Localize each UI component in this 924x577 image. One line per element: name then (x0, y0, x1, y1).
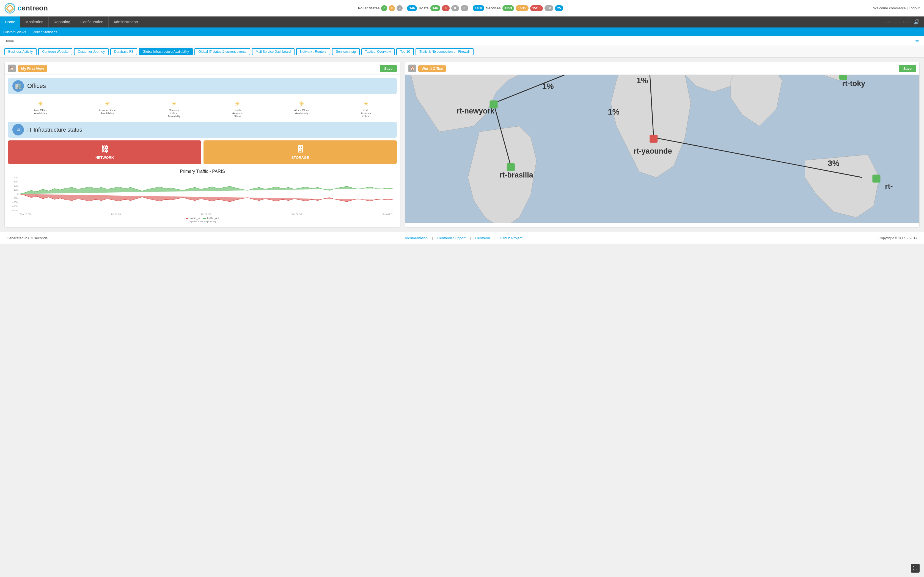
office-oceania: ☀ OceaniaOfficeAvailability (168, 100, 180, 118)
node-far-right (872, 174, 880, 182)
footer-link-github[interactable]: Github Project (500, 236, 522, 240)
nav-reporting[interactable]: Reporting (48, 16, 76, 27)
x-label-3: Fri 00:36 (201, 213, 211, 216)
tab-customer-journey[interactable]: Customer Journey (74, 48, 108, 55)
svg-text:rt-newyork: rt-newyork (457, 107, 495, 115)
tab-tactical-overview[interactable]: Tactical Overview (361, 48, 395, 55)
offices-widget: 🏢 Offices ☀ Asia OfficeAvailability ☀ Eu… (5, 75, 400, 227)
infra-box-network: ⛓ NETWORK (8, 140, 201, 164)
office-oceania-label: OceaniaOfficeAvailability (168, 109, 180, 118)
subnav-custom-views[interactable]: Custom Views (2, 30, 27, 34)
subnav-poller-stats[interactable]: Poller Statistics (32, 30, 58, 34)
network-icon: ⛓ (101, 145, 108, 154)
hosts-red-badge: 0 (442, 5, 450, 11)
nav-monitoring[interactable]: Monitoring (20, 16, 48, 27)
world-map-svg: 1% 3% 0% 1% 3% 1% 1% 2% 3% rt-newyork rt… (405, 75, 919, 223)
it-infra-title: IT Infrastructure status (27, 127, 82, 133)
tab-business-activity[interactable]: Business Activity (5, 48, 37, 55)
sun-icon-oceania: ☀ (171, 100, 177, 108)
hosts-green-badge: 146 (430, 5, 440, 11)
nav-home[interactable]: Home (0, 16, 20, 27)
svg-text:rt-brasilia: rt-brasilia (499, 171, 533, 179)
footer: Generated in 0.3 seconds Documentation |… (0, 232, 924, 244)
sun-icon-asia: ☀ (37, 100, 44, 108)
y-label-0: 0 (11, 193, 18, 195)
tab-centreon-website[interactable]: Centreon Website (38, 48, 72, 55)
offices-title-row: 🏢 Offices (8, 78, 397, 94)
footer-link-docs[interactable]: Documentation (404, 236, 427, 240)
welcome-text: Welcome commerce | Logout (873, 6, 919, 10)
office-europe-label: Europe OfficeAvailability (99, 109, 116, 115)
y-label-n20m: −20M (11, 201, 18, 204)
tab-services-map[interactable]: Services map (332, 48, 360, 55)
services-total-badge: 1408 (473, 5, 485, 11)
hosts-gray1-badge: 0 (451, 5, 459, 11)
user-area: Welcome commerce | Logout (873, 6, 919, 10)
x-label-2: Fri 11:20 (111, 213, 121, 216)
office-icons-row: ☀ Asia OfficeAvailability ☀ Europe Offic… (8, 98, 397, 122)
traffic-title: Primary Traffic - PARIS (11, 169, 394, 174)
tab-trafic-firewall[interactable]: Trafic & Nb connection on Firewall (415, 48, 473, 55)
y-label-n30m: −30M (11, 205, 18, 208)
footer-generated: Generated in 0.3 seconds (6, 236, 48, 240)
breadcrumb-text: Home (5, 39, 14, 43)
edit-icon[interactable]: ✏ (916, 38, 919, 44)
poller-label: Poller States (358, 6, 380, 10)
it-infra-title-row: 🖥 IT Infrastructure status (8, 122, 397, 138)
sub-nav: Custom Views Poller Statistics (0, 27, 924, 36)
world-map-container: 1% 3% 0% 1% 3% 1% 1% 2% 3% rt-newyork rt… (405, 75, 919, 223)
infra-boxes: ⛓ NETWORK 🗄 STORAGE (8, 140, 397, 164)
node-toky (839, 75, 847, 80)
nav-bar: Home Monitoring Reporting Configuration … (0, 16, 924, 27)
office-asia: ☀ Asia OfficeAvailability (34, 100, 47, 118)
sun-icon-europe: ☀ (104, 100, 110, 108)
tab-top10[interactable]: Top 10 (396, 48, 414, 55)
right-panel-save-button[interactable]: Save (899, 65, 916, 72)
y-label-10m: 10M (11, 189, 18, 191)
nav-configuration[interactable]: Configuration (75, 16, 108, 27)
node-yaounde (649, 135, 657, 143)
left-panel-name: My First View (18, 65, 47, 72)
chart-legend: traffic_in traffic_out (11, 217, 394, 220)
legend-out-label: traffic_out (207, 217, 219, 220)
tab-global-it-status[interactable]: Global IT status & current events (194, 48, 250, 55)
sep3: | (494, 236, 495, 240)
sun-icon-north-america: ☀ (363, 100, 369, 108)
office-north-america-label: NorthAmericaOffice (361, 109, 371, 118)
right-panel-home-icon[interactable]: 🏠 (409, 64, 416, 72)
tabs-bar: Business Activity Centreon Website Custo… (0, 46, 924, 58)
offices-title: Offices (27, 82, 46, 90)
services-group: 1408 Services 1353 15/15 15/15 0/0 25 (473, 5, 563, 11)
tab-database-fs[interactable]: Database FS (110, 48, 137, 55)
traffic-chart-svg (19, 176, 394, 212)
office-asia-label: Asia OfficeAvailability (34, 109, 47, 115)
x-label-4: Sat 06:36 (291, 213, 302, 216)
nav-administration[interactable]: Administration (108, 16, 143, 27)
right-panel-header: 🏠 World Office Save (405, 62, 919, 75)
tab-global-infra[interactable]: Global Infrastructure Availability (139, 48, 193, 55)
y-label-30m: 30M (11, 180, 18, 183)
hosts-gray2-badge: 0 (460, 5, 468, 11)
left-panel-save-button[interactable]: Save (380, 65, 397, 72)
left-panel-home-icon[interactable]: 🏠 (8, 64, 16, 72)
poller-icon-db: ≡ (397, 5, 402, 11)
y-label-40m: 40M (11, 176, 18, 179)
services-green-badge: 1353 (502, 5, 514, 11)
services-ratio-badge: 0/0 (544, 5, 554, 11)
tab-network-routers[interactable]: Network : Routers (296, 48, 330, 55)
footer-link-centreon[interactable]: Centreon (475, 236, 490, 240)
poller-icon-check: ✓ (381, 5, 387, 11)
legend-dot-out (203, 218, 206, 219)
office-africa-label: Africa OfficeAvailability (294, 109, 309, 115)
svg-text:rt-yaounde: rt-yaounde (633, 147, 672, 155)
node-brasilia (507, 163, 515, 171)
legend-dot-in (186, 218, 188, 219)
y-label-n10m: −10M (11, 197, 18, 200)
speaker-icon[interactable]: 🔊 (914, 19, 919, 25)
footer-link-support[interactable]: Centreon Support (437, 236, 465, 240)
tab-mail-service[interactable]: Mail Service Dashboard (252, 48, 294, 55)
left-panel-header: 🏠 My First View Save (5, 62, 400, 75)
storage-icon: 🗄 (296, 145, 304, 154)
office-south-america-label: SouthAmericaOffice (233, 109, 242, 118)
node-newyork (490, 100, 498, 108)
